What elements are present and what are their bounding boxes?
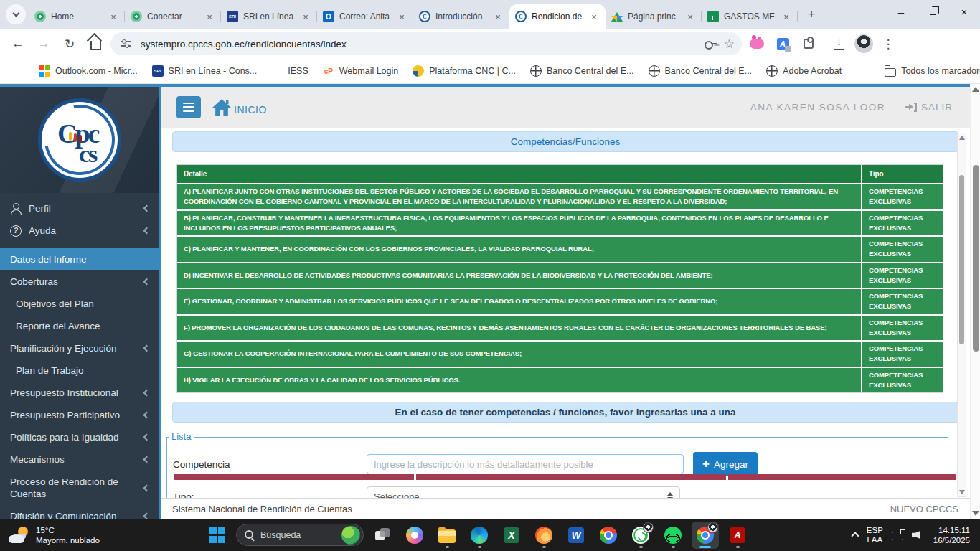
tab-correo[interactable]: O Correo: Anita ×	[317, 4, 413, 29]
scroll-up-icon[interactable]	[972, 87, 979, 92]
reload-button[interactable]: ↻	[59, 33, 80, 55]
whatsapp-button[interactable]	[627, 522, 654, 549]
sidebar-item-presupuesto-participativo[interactable]: Presupuesto Participativo	[0, 404, 159, 426]
bookmark-outlook[interactable]: Outlook.com - Micr...	[39, 65, 138, 77]
inner-scrollbar-thumb[interactable]	[959, 175, 964, 344]
scroll-down-icon[interactable]	[959, 490, 965, 494]
excel-button[interactable]: X	[498, 522, 525, 549]
browser-home-button[interactable]	[85, 33, 106, 55]
tab-close-icon[interactable]: ×	[781, 11, 792, 22]
tab-close-icon[interactable]: ×	[396, 11, 407, 22]
bookmark-iess[interactable]: IESS	[271, 65, 308, 77]
sidebar-item-politicas-igualdad[interactable]: Políticas para la Igualdad	[0, 426, 159, 448]
tab-search-button[interactable]	[6, 4, 26, 24]
weather-widget[interactable]: 15°C Mayorm. nublado	[0, 525, 136, 545]
sidebar-item-proceso-rendicion[interactable]: Proceso de Rendición de Cuentas	[0, 471, 159, 505]
tab-home[interactable]: Home ×	[29, 4, 125, 29]
tab-pagina-principal[interactable]: Página princ ×	[606, 4, 702, 29]
file-explorer-button[interactable]	[433, 522, 461, 549]
globe-favicon	[649, 65, 660, 77]
edge-button[interactable]	[466, 522, 493, 549]
sidebar-item-datos-del-informe[interactable]: Datos del Informe	[0, 248, 159, 270]
hamburger-menu-button[interactable]	[176, 96, 201, 118]
competencia-label: Competencia	[173, 459, 367, 470]
window-restore-button[interactable]	[917, 0, 948, 23]
hidden-icons-chevron[interactable]	[851, 532, 859, 540]
sidebar-item-plan-de-trabajo[interactable]: Plan de Trabajo	[0, 359, 159, 382]
sidebar-item-difusion[interactable]: Difusión y Comunicación	[0, 505, 159, 519]
browser-menu-button[interactable]: ⋮	[877, 33, 899, 55]
tab-close-icon[interactable]: ×	[588, 11, 600, 22]
chrome-button[interactable]	[595, 522, 622, 549]
copilot-button[interactable]	[401, 522, 428, 549]
new-tab-button[interactable]: +	[802, 5, 821, 24]
site-settings-icon[interactable]	[118, 38, 133, 50]
network-icon[interactable]	[892, 532, 903, 540]
bookmark-sri[interactable]: SRI SRI en Línea - Cons...	[152, 65, 258, 77]
bookmark-acrobat[interactable]: Adobe Acrobat	[766, 65, 842, 77]
address-bar[interactable]: systempro.cpccs.gob.ec/rendicioncuentas/…	[110, 32, 742, 55]
tab-close-icon[interactable]: ×	[684, 11, 696, 22]
tab-close-icon[interactable]: ×	[492, 11, 504, 22]
inner-scrollbar[interactable]	[957, 133, 966, 497]
back-button[interactable]: ←	[7, 33, 29, 55]
cpccs-favicon: C	[515, 11, 527, 22]
sidebar-item-reporte-del-avance[interactable]: Reporte del Avance	[0, 315, 159, 337]
plus-icon: +	[702, 457, 710, 471]
sidebar-item-ayuda[interactable]: Ayuda	[0, 220, 159, 242]
tab-close-icon[interactable]: ×	[300, 11, 311, 22]
sidebar-item-planificacion[interactable]: Planificación y Ejecución	[0, 337, 159, 359]
tab-close-icon[interactable]: ×	[108, 11, 119, 22]
taskbar-search[interactable]: Búsqueda	[236, 524, 364, 546]
window-minimize-button[interactable]: –	[885, 0, 917, 23]
downloads-button[interactable]	[829, 33, 850, 55]
translate-icon[interactable]: A	[772, 33, 793, 55]
task-view-button[interactable]	[369, 522, 396, 549]
window-close-button[interactable]: ×	[948, 0, 980, 23]
password-key-icon[interactable]	[704, 37, 717, 50]
help-icon	[10, 225, 22, 237]
forward-button[interactable]: →	[33, 33, 55, 55]
tab-sri[interactable]: SRI SRI en Línea ×	[221, 4, 317, 29]
logout-button[interactable]: SALIR	[905, 102, 953, 113]
clock[interactable]: 14:15:11 16/5/2025	[933, 525, 970, 545]
sidebar-item-presupuesto-institucional[interactable]: Presupuesto Institucional	[0, 382, 159, 404]
sidebar-item-coberturas[interactable]: Coberturas	[0, 270, 159, 293]
sidebar-item-perfil[interactable]: Perfil	[0, 197, 159, 220]
competencia-input[interactable]	[367, 454, 684, 474]
profile-avatar[interactable]	[854, 34, 873, 53]
bookmark-bce-2[interactable]: Banco Central del E...	[649, 65, 753, 77]
tab-introduccion[interactable]: C Introducción ×	[413, 4, 509, 29]
bookmark-webmail[interactable]: cP Webmail Login	[323, 65, 398, 77]
scroll-up-icon[interactable]	[959, 136, 965, 140]
tab-close-icon[interactable]: ×	[204, 11, 215, 22]
extensions-puzzle-icon[interactable]	[798, 33, 819, 55]
conecta-favicon	[34, 11, 46, 22]
tab-gastos[interactable]: GASTOS ME ×	[702, 4, 798, 29]
bookmark-bce-1[interactable]: Banco Central del E...	[530, 65, 634, 77]
volume-icon[interactable]	[912, 531, 920, 539]
bookmark-star-icon[interactable]: ☆	[724, 37, 735, 52]
tab-conectar[interactable]: Conectar ×	[125, 4, 221, 29]
agregar-button[interactable]: + Agregar	[693, 452, 758, 476]
firefox-button[interactable]	[530, 522, 557, 549]
word-button[interactable]: W	[562, 522, 590, 549]
scroll-down-icon[interactable]	[972, 511, 979, 516]
url-text[interactable]: systempro.cpccs.gob.ec/rendicioncuentas/…	[141, 39, 697, 50]
chrome-active-button[interactable]	[692, 522, 719, 549]
toolbar-separator	[824, 37, 824, 51]
spotify-button[interactable]	[659, 522, 687, 549]
extension-pink-icon[interactable]	[746, 33, 768, 55]
sidebar-item-mecanismos[interactable]: Mecanismos	[0, 448, 159, 471]
language-indicator[interactable]: ESP LAA	[867, 526, 883, 545]
tab-rendicion-active[interactable]: C Rendicion de ×	[509, 4, 606, 29]
acrobat-button[interactable]: A	[724, 522, 751, 549]
browser-scrollbar-thumb[interactable]	[973, 165, 979, 352]
start-button[interactable]	[204, 522, 231, 549]
all-bookmarks-button[interactable]: Todos los marcadores	[885, 66, 980, 77]
browser-scrollbar[interactable]	[970, 84, 980, 519]
bookmark-cnc[interactable]: Plataforma CNC | C...	[413, 65, 516, 77]
inicio-link[interactable]: INICIO	[211, 98, 267, 117]
sidebar-item-objetivos-del-plan[interactable]: Objetivos del Plan	[0, 293, 159, 315]
table-row: A) PLANIFICAR JUNTO CON OTRAS INSTITUCIO…	[177, 183, 943, 209]
